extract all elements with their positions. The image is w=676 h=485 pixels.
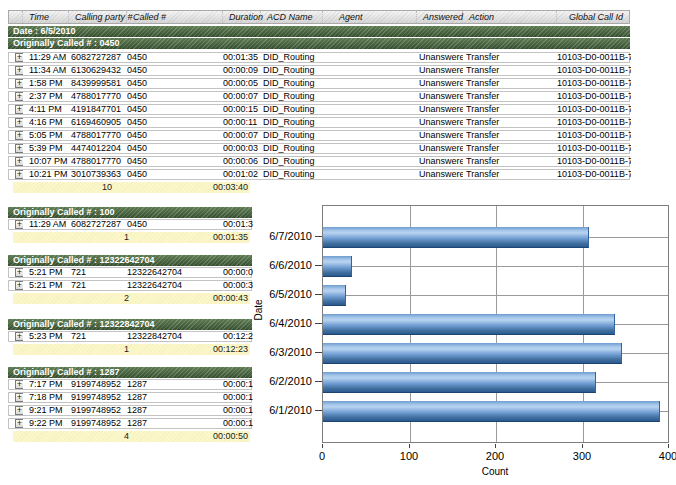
cell-duration: 00:00:11 xyxy=(223,118,261,127)
expand-plus-icon[interactable]: + xyxy=(15,92,23,101)
cell-agent xyxy=(323,105,417,114)
y-axis-tick xyxy=(315,410,322,411)
group-header: Originally Called # : 1287 xyxy=(8,367,252,378)
expand-cell: + xyxy=(9,131,23,140)
column-header-time: Time xyxy=(23,11,69,23)
expand-cell: + xyxy=(9,92,23,101)
chart-bar[interactable] xyxy=(323,401,660,422)
chart-bar[interactable] xyxy=(323,372,596,393)
expand-plus-icon[interactable]: + xyxy=(15,53,23,62)
compact-group: Originally Called # : 12322842704+5:23 P… xyxy=(8,319,252,355)
cell-acd: DID_Routing xyxy=(261,53,323,62)
expand-plus-icon[interactable]: + xyxy=(15,268,23,277)
chart-bar[interactable] xyxy=(323,343,622,364)
call-report-table: TimeCalling party #Called #DurationACD N… xyxy=(8,10,630,193)
chart-plot-area xyxy=(322,205,669,443)
expand-cell: + xyxy=(9,105,23,114)
compact-group: Originally Called # : 100+11:29 AM608272… xyxy=(8,207,252,243)
y-tick-label: 6/3/2010 xyxy=(252,346,312,358)
chart-bar[interactable] xyxy=(323,314,615,335)
expand-plus-icon[interactable]: + xyxy=(15,380,23,389)
table-row: +5:21 PM7211232264270400:00:34 xyxy=(8,280,252,291)
date-group-label: Date : 6/5/2010 xyxy=(13,26,76,36)
expand-cell: + xyxy=(9,220,23,229)
cell-global_id: 10103-D0-0011B-76F xyxy=(557,66,631,75)
summary-total-duration: 00:00:50 xyxy=(213,431,248,442)
expand-cell: + xyxy=(9,332,23,341)
x-axis-tick xyxy=(409,444,410,448)
cell-time: 11:29 AM xyxy=(23,220,69,229)
expand-plus-icon[interactable]: + xyxy=(15,220,23,229)
group-header: Originally Called # : 100 xyxy=(8,207,252,218)
chart-bar[interactable] xyxy=(323,285,346,306)
cell-global_id: 10103-D0-0011B-773 xyxy=(557,118,631,127)
cell-agent xyxy=(323,79,417,88)
cell-time: 2:37 PM xyxy=(23,92,69,101)
cell-acd: DID_Routing xyxy=(261,118,323,127)
expand-plus-icon[interactable]: + xyxy=(15,118,23,127)
expand-plus-icon[interactable]: + xyxy=(15,393,23,402)
cell-duration: 00:01:02 xyxy=(223,170,261,179)
table-row: +4:16 PM6169460905045000:00:11DID_Routin… xyxy=(8,117,630,128)
cell-answered: Unanswered xyxy=(417,66,463,75)
cell-answered: Unanswered xyxy=(417,53,463,62)
cell-action: Transfer xyxy=(463,66,557,75)
x-tick-label: 200 xyxy=(473,450,517,462)
cell-acd: DID_Routing xyxy=(261,79,323,88)
cell-calling: 721 xyxy=(69,268,127,277)
chart-bar[interactable] xyxy=(323,227,589,248)
expand-plus-icon[interactable]: + xyxy=(15,131,23,140)
expand-plus-icon[interactable]: + xyxy=(15,170,23,179)
group-section-0450: Originally Called # : 0450+11:29 AM60827… xyxy=(8,38,630,193)
group-header-label: Originally Called # : 12322842704 xyxy=(13,319,155,329)
table-row: +9:22 PM9199748952128700:00:11 xyxy=(8,418,252,429)
cell-called: 0450 xyxy=(127,131,223,140)
group-header: Originally Called # : 12322642704 xyxy=(8,255,252,266)
cell-global_id: 10103-D0-0011B-774 xyxy=(557,131,631,140)
cell-agent xyxy=(323,157,417,166)
cell-answered: Unanswered xyxy=(417,92,463,101)
cell-calling: 4788017770 xyxy=(69,92,127,101)
expand-plus-icon[interactable]: + xyxy=(15,144,23,153)
column-header-acd: ACD Name xyxy=(261,11,323,23)
expand-plus-icon[interactable]: + xyxy=(15,406,23,415)
table-row: +11:29 AM6082727287045000:01:35 xyxy=(8,219,252,230)
expand-plus-icon[interactable]: + xyxy=(15,79,23,88)
expand-plus-icon[interactable]: + xyxy=(15,66,23,75)
cell-duration: 00:00:09 xyxy=(223,66,261,75)
cell-time: 5:21 PM xyxy=(23,281,69,290)
expand-plus-icon[interactable]: + xyxy=(15,105,23,114)
group-header-label: Originally Called # : 100 xyxy=(13,207,115,217)
y-tick-label: 6/1/2010 xyxy=(252,404,312,416)
expand-cell: + xyxy=(9,144,23,153)
row-container: +7:17 PM9199748952128700:00:13+7:18 PM91… xyxy=(8,379,252,429)
cell-calling: 6082727287 xyxy=(69,220,127,229)
y-axis-tick xyxy=(315,352,322,353)
cell-time: 5:05 PM xyxy=(23,131,69,140)
chart-bar[interactable] xyxy=(323,256,352,277)
compact-group: Originally Called # : 12322642704+5:21 P… xyxy=(8,255,252,304)
cell-action: Transfer xyxy=(463,105,557,114)
cell-duration: 00:00:07 xyxy=(223,131,261,140)
cell-time: 11:34 AM xyxy=(23,66,69,75)
cell-time: 4:11 PM xyxy=(23,105,69,114)
column-header-global_id: Global Call Id xyxy=(557,11,631,23)
y-tick-label: 6/6/2010 xyxy=(252,259,312,271)
cell-time: 1:58 PM xyxy=(23,79,69,88)
table-row: +2:37 PM4788017770045000:00:07DID_Routin… xyxy=(8,91,630,102)
expand-plus-icon[interactable]: + xyxy=(15,157,23,166)
summary-call-count: 1 xyxy=(124,232,129,243)
group-header-label: Originally Called # : 1287 xyxy=(13,367,120,377)
cell-global_id: 10103-D0-0011B-770 xyxy=(557,79,631,88)
cell-answered: Unanswered xyxy=(417,144,463,153)
expand-plus-icon[interactable]: + xyxy=(15,281,23,290)
summary-total-duration: 00:01:35 xyxy=(213,232,248,243)
cell-time: 5:39 PM xyxy=(23,144,69,153)
expand-plus-icon[interactable]: + xyxy=(15,332,23,341)
expand-plus-icon[interactable]: + xyxy=(15,419,23,428)
cell-time: 9:22 PM xyxy=(23,419,69,428)
table-header-row: TimeCalling party #Called #DurationACD N… xyxy=(8,10,630,24)
cell-calling: 4191847701 xyxy=(69,105,127,114)
cell-duration: 00:01:35 xyxy=(223,220,253,229)
group-summary-row: 200:00:43 xyxy=(13,293,250,304)
